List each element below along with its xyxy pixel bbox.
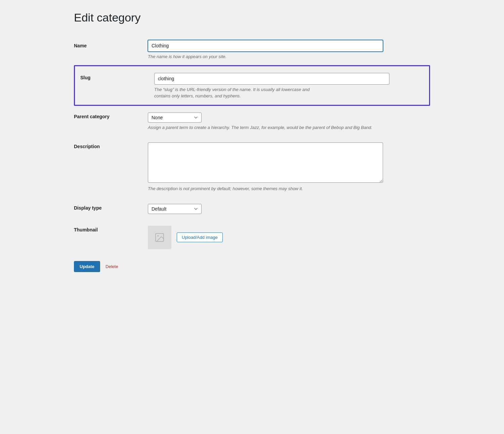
parent-category-description: Assign a parent term to create a hierarc… [148, 124, 383, 131]
display-type-row: Display type Default Products Subcategor… [74, 197, 430, 219]
description-help: The description is not prominent by defa… [148, 185, 383, 192]
name-input[interactable] [148, 40, 383, 52]
parent-category-row: Parent category None Clothing Accessorie… [74, 106, 430, 136]
parent-category-select[interactable]: None Clothing Accessories [148, 113, 202, 123]
svg-point-1 [157, 235, 159, 236]
slug-highlight-box: Slug The “slug” is the URL-friendly vers… [74, 65, 430, 106]
parent-category-label: Parent category [74, 114, 110, 119]
thumbnail-container: Upload/Add image [148, 226, 430, 249]
display-type-label: Display type [74, 205, 101, 211]
thumbnail-label: Thumbnail [74, 227, 98, 232]
form-table: Name The name is how it appears on your … [74, 35, 430, 254]
slug-row: Slug The “slug” is the URL-friendly vers… [74, 65, 430, 106]
page-container: Edit category Name The name is how it ap… [74, 10, 430, 272]
slug-label: Slug [80, 75, 90, 80]
display-type-select[interactable]: Default Products Subcategories Both [148, 204, 202, 214]
slug-input[interactable] [154, 73, 389, 85]
update-button[interactable]: Update [74, 261, 100, 272]
actions-row: Update Delete [74, 261, 430, 272]
description-textarea[interactable] [148, 142, 383, 183]
slug-inner-table: Slug The “slug” is the URL-friendly vers… [80, 70, 424, 102]
name-label: Name [74, 43, 87, 48]
upload-image-button[interactable]: Upload/Add image [177, 232, 223, 242]
thumbnail-placeholder [148, 226, 171, 249]
image-placeholder-icon [154, 232, 165, 243]
name-row: Name The name is how it appears on your … [74, 35, 430, 65]
slug-inner-row: Slug The “slug” is the URL-friendly vers… [80, 70, 424, 102]
slug-description: The “slug” is the URL-friendly version o… [154, 86, 389, 99]
description-row: Description The description is not promi… [74, 136, 430, 197]
thumbnail-row: Thumbnail Upload/Add image [74, 219, 430, 254]
name-description: The name is how it appears on your site. [148, 53, 383, 60]
page-title: Edit category [74, 10, 430, 25]
delete-button[interactable]: Delete [106, 264, 118, 269]
description-label: Description [74, 144, 100, 149]
